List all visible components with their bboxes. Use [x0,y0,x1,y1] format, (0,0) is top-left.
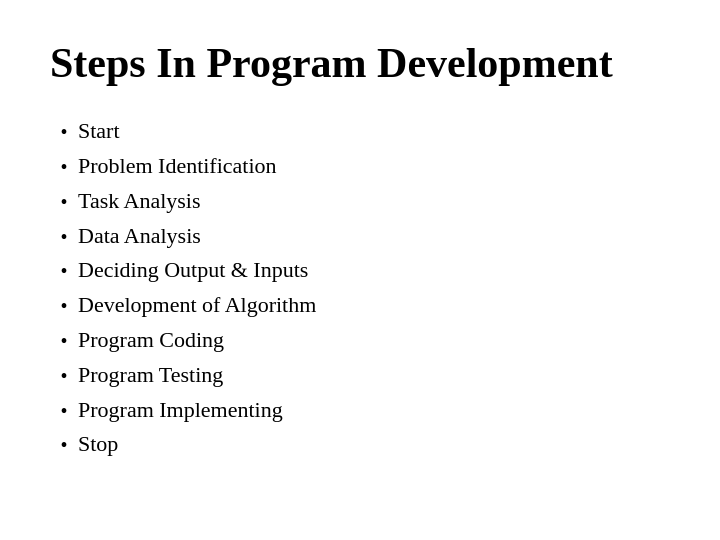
bullet-text: Program Coding [78,325,670,356]
slide-title: Steps In Program Development [50,40,670,86]
bullet-dot-icon: • [50,116,78,146]
bullet-list: •Start•Problem Identification•Task Analy… [50,116,670,460]
bullet-text: Problem Identification [78,151,670,182]
bullet-text: Data Analysis [78,221,670,252]
bullet-dot-icon: • [50,221,78,251]
list-item: •Stop [50,429,670,460]
slide: Steps In Program Development •Start•Prob… [0,0,720,540]
list-item: •Data Analysis [50,221,670,252]
bullet-text: Development of Algorithm [78,290,670,321]
list-item: •Start [50,116,670,147]
list-item: •Program Testing [50,360,670,391]
bullet-dot-icon: • [50,429,78,459]
bullet-text: Stop [78,429,670,460]
bullet-text: Program Implementing [78,395,670,426]
bullet-text: Start [78,116,670,147]
bullet-dot-icon: • [50,290,78,320]
list-item: •Deciding Output & Inputs [50,255,670,286]
bullet-text: Task Analysis [78,186,670,217]
bullet-dot-icon: • [50,360,78,390]
bullet-dot-icon: • [50,255,78,285]
list-item: •Development of Algorithm [50,290,670,321]
list-item: •Task Analysis [50,186,670,217]
bullet-dot-icon: • [50,186,78,216]
bullet-text: Program Testing [78,360,670,391]
bullet-dot-icon: • [50,151,78,181]
list-item: •Program Implementing [50,395,670,426]
bullet-dot-icon: • [50,325,78,355]
list-item: •Program Coding [50,325,670,356]
bullet-dot-icon: • [50,395,78,425]
list-item: •Problem Identification [50,151,670,182]
bullet-text: Deciding Output & Inputs [78,255,670,286]
